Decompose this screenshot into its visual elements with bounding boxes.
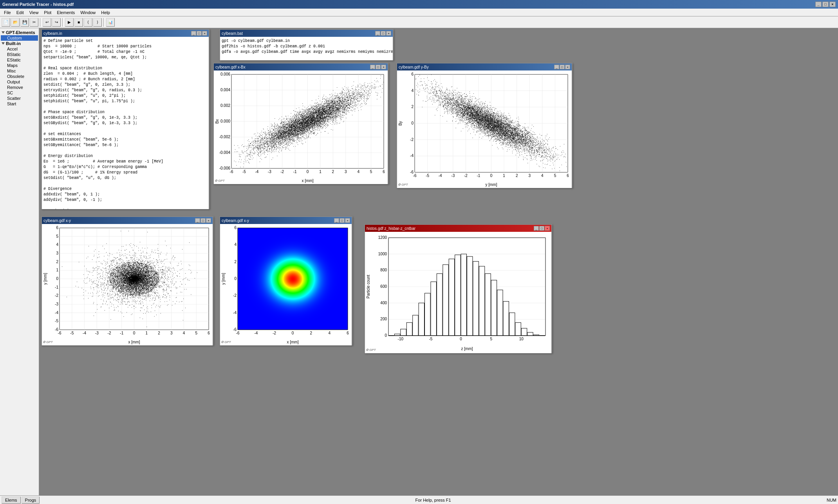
- scatter-xy-left-title: cylbeam.gdf x-y: [43, 219, 71, 223]
- bat-minimize-btn[interactable]: _: [375, 31, 380, 36]
- bat-window-titlebar[interactable]: cylbeam.bat _ □ ×: [220, 30, 393, 37]
- sidebar-gpt-header[interactable]: GPT-Elements: [1, 30, 38, 35]
- toolbar-btn9[interactable]: ⟨: [84, 18, 92, 27]
- close-button[interactable]: ×: [829, 2, 836, 7]
- menu-help[interactable]: Help: [99, 9, 112, 16]
- scatter-xy-left-content: ⚙ GPT: [42, 224, 213, 345]
- sidebar-item-output[interactable]: Output: [1, 79, 38, 85]
- scatter-bx-content: ⚙ GPT: [214, 70, 388, 184]
- scatter-xy-left-maximize[interactable]: □: [200, 218, 206, 223]
- histogram-window: histos.gdf z_hisbar-z_cntbar _ □ × ⚙ GPT: [364, 224, 552, 353]
- sidebar: GPT-Elements Custom Built-in Accel BStat…: [0, 28, 39, 495]
- colormap-titlebar[interactable]: cylbeam.gdf x-y _ □ ×: [220, 217, 352, 224]
- title-bar-buttons: _ □ ×: [815, 2, 836, 7]
- sidebar-item-remove[interactable]: Remove: [1, 85, 38, 90]
- code-editor[interactable]: # Define particle set nps = 10000 ; # St…: [42, 37, 209, 209]
- toolbar-new[interactable]: 📄: [2, 18, 10, 27]
- sidebar-item-maps[interactable]: Maps: [1, 63, 38, 68]
- code-minimize-btn[interactable]: _: [191, 31, 196, 36]
- menu-edit[interactable]: Edit: [14, 9, 26, 16]
- tab-elems[interactable]: Elems: [2, 497, 21, 504]
- toolbar-plot[interactable]: 📊: [106, 18, 115, 27]
- scatter-by-close[interactable]: ×: [565, 65, 570, 69]
- gpt-logo-xy-left: ⚙ GPT: [43, 340, 53, 344]
- scatter-bx-buttons: _ □ ×: [370, 65, 386, 69]
- scatter-bx-canvas: [214, 70, 388, 184]
- toolbar-btn4[interactable]: ✂: [30, 18, 38, 27]
- sidebar-item-accel[interactable]: Accel: [1, 46, 38, 52]
- code-content: # Define particle set nps = 10000 ; # St…: [42, 37, 209, 209]
- histogram-close[interactable]: ×: [545, 226, 550, 231]
- scatter-by-minimize[interactable]: _: [554, 65, 559, 69]
- toolbar-btn10[interactable]: ⟩: [93, 18, 102, 27]
- scatter-by-titlebar[interactable]: cylbeam.gdf y-By _ □ ×: [397, 63, 572, 70]
- sidebar-section-gpt: GPT-Elements Custom Built-in Accel BStat…: [1, 30, 38, 107]
- histogram-buttons: _ □ ×: [534, 226, 550, 231]
- scatter-xy-left-close[interactable]: ×: [206, 218, 211, 223]
- toolbar-run[interactable]: ▶: [65, 18, 74, 27]
- histogram-minimize[interactable]: _: [534, 226, 539, 231]
- toolbar-open[interactable]: 📂: [11, 18, 20, 27]
- toolbar-sep2: [62, 18, 63, 27]
- main-area: GPT-Elements Custom Built-in Accel BStat…: [0, 28, 838, 495]
- maximize-button[interactable]: □: [822, 2, 829, 7]
- code-window-titlebar[interactable]: cylbeam.in _ □ ×: [42, 30, 209, 37]
- scatter-by-content: ⚙ GPT: [397, 70, 572, 188]
- sidebar-item-scatter[interactable]: Scatter: [1, 96, 38, 101]
- sidebar-item-estatic[interactable]: EStatic: [1, 57, 38, 63]
- code-maximize-btn[interactable]: □: [197, 31, 202, 36]
- scatter-bx-close[interactable]: ×: [381, 65, 386, 69]
- toolbar-stop[interactable]: ■: [74, 18, 83, 27]
- code-window-title: cylbeam.in: [43, 31, 62, 36]
- scatter-bx-titlebar[interactable]: cylbeam.gdf x-Bx _ □ ×: [214, 63, 388, 70]
- scatter-by-canvas: [397, 70, 572, 188]
- sidebar-item-bstatic[interactable]: BStatic: [1, 52, 38, 57]
- toolbar-redo[interactable]: ↪: [52, 18, 61, 27]
- colormap-content: ⚙ GPT: [220, 224, 352, 345]
- sidebar-item-misc[interactable]: Misc: [1, 68, 38, 74]
- code-window: cylbeam.in _ □ × # Define particle set n…: [41, 29, 210, 209]
- menu-view[interactable]: View: [27, 9, 41, 16]
- sidebar-item-custom[interactable]: Custom: [1, 35, 38, 41]
- menu-elements[interactable]: Elements: [54, 9, 77, 16]
- toolbar: 📄 📂 💾 ✂ ↩ ↪ ▶ ■ ⟨ ⟩ 📊: [0, 16, 838, 28]
- colormap-close[interactable]: ×: [345, 218, 350, 223]
- scatter-by-buttons: _ □ ×: [554, 65, 570, 69]
- toolbar-sep3: [103, 18, 105, 27]
- histogram-maximize[interactable]: □: [539, 226, 544, 231]
- scatter-by-window: cylbeam.gdf y-By _ □ × ⚙ GPT: [396, 63, 573, 188]
- colormap-maximize[interactable]: □: [340, 218, 345, 223]
- bat-editor[interactable]: gpt -o cylbeam.gdf cylbeam.in gdf2his -o…: [220, 37, 393, 60]
- toolbar-undo[interactable]: ↩: [43, 18, 51, 27]
- gpt-logo-bx: ⚙ GPT: [215, 179, 225, 182]
- bat-content: gpt -o cylbeam.gdf cylbeam.in gdf2his -o…: [220, 37, 393, 60]
- sidebar-item-start[interactable]: Start: [1, 101, 38, 107]
- histogram-content: ⚙ GPT: [365, 232, 551, 353]
- scatter-bx-minimize[interactable]: _: [370, 65, 375, 69]
- tab-progs[interactable]: Progs: [22, 497, 40, 504]
- scatter-by-maximize[interactable]: □: [560, 65, 565, 69]
- minimize-button[interactable]: _: [815, 2, 822, 7]
- toolbar-save[interactable]: 💾: [20, 18, 29, 27]
- scatter-bx-maximize[interactable]: □: [376, 65, 381, 69]
- sidebar-item-sc[interactable]: SC: [1, 90, 38, 96]
- menu-file[interactable]: File: [2, 9, 13, 16]
- toolbar-sep1: [40, 18, 41, 27]
- menu-window[interactable]: Window: [78, 9, 98, 16]
- histogram-titlebar[interactable]: histos.gdf z_hisbar-z_cntbar _ □ ×: [365, 225, 551, 232]
- sidebar-gpt-label: GPT-Elements: [6, 30, 35, 35]
- bat-maximize-btn[interactable]: □: [381, 31, 386, 36]
- bat-close-btn[interactable]: ×: [386, 31, 391, 36]
- sidebar-item-obsolete[interactable]: Obsolete: [1, 74, 38, 79]
- colormap-minimize[interactable]: _: [334, 218, 339, 223]
- app-title: General Particle Tracer - histos.pdf: [2, 2, 74, 7]
- scatter-xy-left-minimize[interactable]: _: [195, 218, 200, 223]
- title-bar: General Particle Tracer - histos.pdf _ □…: [0, 0, 838, 9]
- sidebar-builtin-label: Built-in: [6, 41, 21, 46]
- expand-builtin-icon: [2, 42, 5, 45]
- scatter-xy-left-titlebar[interactable]: cylbeam.gdf x-y _ □ ×: [42, 217, 213, 224]
- sidebar-builtin-header[interactable]: Built-in: [1, 41, 38, 46]
- code-close-btn[interactable]: ×: [202, 31, 207, 36]
- bat-window-title: cylbeam.bat: [222, 31, 243, 36]
- menu-plot[interactable]: Plot: [42, 9, 54, 16]
